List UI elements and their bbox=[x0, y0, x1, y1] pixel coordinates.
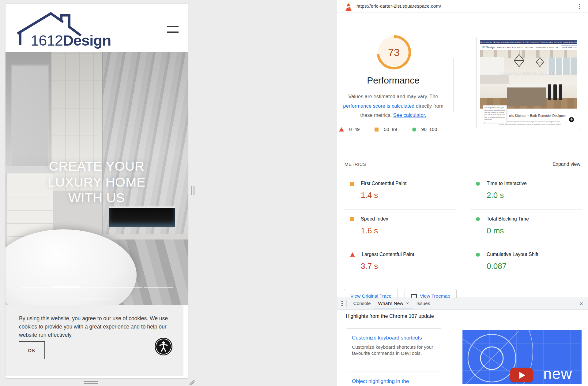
metric-status-icon bbox=[350, 217, 354, 221]
metrics-title: METRICS bbox=[345, 161, 366, 167]
mini-hero-image: CREATE YOUR LUXURY HOME WITH US bbox=[480, 50, 577, 109]
tab-console[interactable]: Console bbox=[350, 298, 375, 309]
hero-image: CREATE YOUR LUXURY HOME WITH US bbox=[6, 52, 188, 305]
mini-nav-item: ABOUT bbox=[517, 46, 523, 48]
device-height-resize-handle[interactable] bbox=[84, 381, 98, 385]
metric-value: 2.0 s bbox=[487, 191, 582, 200]
site-header: 1612Design bbox=[6, 4, 188, 52]
metric-total-blocking-time: Total Blocking Time 0 ms bbox=[470, 209, 582, 245]
accessibility-person-icon bbox=[159, 341, 168, 352]
report-url: https://eric-carter-2lst.squarespace.com… bbox=[356, 3, 441, 9]
carousel-indicator[interactable] bbox=[144, 287, 173, 288]
whats-new-card: Object highlighting in the bbox=[347, 372, 441, 386]
mini-page-heading: olis Kitchen + Bath Remodel Designer bbox=[509, 114, 566, 117]
tabbar-divider bbox=[346, 300, 347, 307]
metric-value: 1.4 s bbox=[361, 191, 456, 200]
mini-logo: 1612Design bbox=[481, 46, 495, 49]
category-title: Performance bbox=[337, 75, 449, 86]
score-legend: 0–49 50–89 90–100 bbox=[339, 127, 460, 132]
tab-issues[interactable]: Issues bbox=[413, 298, 434, 309]
hero-headline: CREATE YOUR LUXURY HOME WITH US bbox=[6, 158, 188, 206]
metric-status-icon bbox=[476, 217, 480, 221]
metric-value: 0 ms bbox=[487, 226, 582, 236]
metric-value: 3.7 s bbox=[361, 262, 456, 271]
average-square-icon bbox=[375, 128, 379, 132]
expand-view-toggle[interactable]: Expand view bbox=[552, 161, 580, 167]
carousel-indicator[interactable] bbox=[113, 287, 142, 288]
metric-value: 1.6 s bbox=[361, 226, 456, 236]
score-calculation-link[interactable]: performance score is calculated bbox=[343, 103, 414, 109]
metric-status-icon bbox=[476, 253, 480, 257]
metric-time-to-interactive: Time to Interactive 2.0 s bbox=[470, 174, 582, 209]
metric-largest-contentful-paint: Largest Contentful Paint 3.7 s bbox=[344, 245, 456, 280]
mini-announcement-banner: GET LUXURY DESIGN AND REMODEL RESULTS FO… bbox=[480, 40, 577, 44]
whats-new-heading: Highlights from the Chrome 107 update bbox=[337, 310, 588, 323]
report-options-kebab-icon[interactable] bbox=[579, 4, 580, 9]
mini-page-body: welcome to 612 Design! We offer luxury d… bbox=[499, 121, 564, 126]
metric-status-icon bbox=[350, 252, 355, 257]
new-badge: new bbox=[543, 365, 572, 383]
logo-text: 1612Design bbox=[31, 32, 111, 49]
cookie-banner: By using this website, you agree to our … bbox=[6, 305, 183, 376]
lighthouse-panel: https://eric-carter-2lst.squarespace.com… bbox=[337, 0, 588, 386]
mini-nav-item: PROCESS bbox=[507, 46, 516, 48]
good-circle-icon bbox=[412, 128, 416, 132]
site-logo[interactable]: 1612Design bbox=[17, 12, 115, 51]
lighthouse-icon bbox=[345, 2, 352, 11]
device-preview-panel: 1612Design CREATE YOUR LUXURY HOME WITH … bbox=[6, 4, 188, 378]
metric-value: 0.087 bbox=[487, 262, 582, 271]
mini-accessibility-icon bbox=[569, 117, 574, 122]
mini-nav-item: FAQ bbox=[556, 46, 560, 48]
drawer-menu-kebab-icon[interactable] bbox=[341, 301, 343, 306]
score-disclaimer: Values are estimated and may vary. The p… bbox=[340, 92, 447, 120]
carousel-indicators bbox=[6, 286, 188, 288]
mini-site-preview: GET LUXURY DESIGN AND REMODEL RESULTS FO… bbox=[480, 40, 577, 126]
carousel-indicators-row2 bbox=[6, 299, 188, 299]
devtools-drawer: Console What's New ✕ Issues ✕ Highlights… bbox=[337, 298, 588, 386]
carousel-indicator[interactable] bbox=[81, 299, 113, 299]
carousel-indicator[interactable] bbox=[21, 287, 49, 288]
mini-nav-item: BLOG bbox=[549, 46, 554, 48]
page-screenshot-thumbnail: GET LUXURY DESIGN AND REMODEL RESULTS FO… bbox=[476, 37, 580, 129]
drawer-tab-bar: Console What's New ✕ Issues ✕ bbox=[337, 298, 588, 310]
mini-nav-item: TESTIMONIALS bbox=[535, 46, 548, 48]
card-body: Customize keyboard shortcuts for your fa… bbox=[352, 344, 436, 356]
mini-cookie-dialog: By using this website, you agree to our … bbox=[483, 105, 507, 123]
legend-average: 50–89 bbox=[375, 127, 397, 132]
card-link-object-highlighting[interactable]: Object highlighting in the bbox=[352, 376, 422, 386]
metric-status-icon bbox=[350, 182, 354, 186]
metrics-header: METRICS Expand view bbox=[345, 161, 580, 167]
whats-new-card: Customize keyboard shortcuts Customize k… bbox=[347, 328, 441, 368]
legend-poor: 0–49 bbox=[339, 127, 360, 132]
device-width-resize-handle[interactable] bbox=[191, 186, 194, 195]
youtube-play-icon bbox=[510, 368, 533, 382]
card-link-customize-shortcuts[interactable]: Customize keyboard shortcuts bbox=[352, 332, 422, 343]
mini-hero-headline: CREATE YOUR LUXURY HOME WITH US bbox=[496, 72, 561, 76]
disclaimer-text: Values are estimated and may vary. The bbox=[348, 94, 438, 99]
poor-triangle-icon bbox=[339, 127, 344, 132]
mini-cta-button: GET A FREE QUOTE bbox=[561, 46, 577, 49]
metric-first-contentful-paint: First Contentful Paint 1.4 s bbox=[344, 174, 456, 209]
close-whats-new-tab-icon[interactable]: ✕ bbox=[406, 301, 409, 306]
performance-gauge: 73 bbox=[376, 35, 412, 70]
cookie-message: By using this website, you agree to our … bbox=[19, 314, 170, 339]
legend-good: 90–100 bbox=[412, 127, 437, 132]
accessibility-widget-button[interactable] bbox=[155, 338, 172, 355]
mini-nav-item: SERVICES bbox=[496, 46, 505, 48]
hamburger-menu-icon[interactable] bbox=[167, 25, 179, 33]
metrics-grid: First Contentful Paint 1.4 s Time to Int… bbox=[344, 174, 582, 280]
metric-status-icon bbox=[476, 182, 480, 186]
mini-nav-bar: 1612Design SERVICES PROCESS ABOUT GALLER… bbox=[480, 44, 577, 50]
summary-divider bbox=[453, 58, 454, 112]
whats-new-video-thumbnail[interactable]: new bbox=[462, 330, 582, 384]
cookie-ok-button[interactable]: OK bbox=[19, 341, 45, 359]
mini-cookie-ok: OK bbox=[484, 122, 489, 123]
performance-score: 73 bbox=[376, 35, 412, 70]
carousel-indicator-active[interactable] bbox=[51, 286, 80, 288]
device-corner-resize-handle[interactable] bbox=[188, 379, 195, 385]
tab-whats-new[interactable]: What's New ✕ bbox=[374, 298, 413, 309]
lighthouse-report-header: https://eric-carter-2lst.squarespace.com… bbox=[337, 0, 588, 13]
close-drawer-icon[interactable]: ✕ bbox=[579, 301, 583, 306]
carousel-indicator[interactable] bbox=[82, 287, 111, 288]
see-calculator-link[interactable]: See calculator. bbox=[393, 112, 426, 118]
